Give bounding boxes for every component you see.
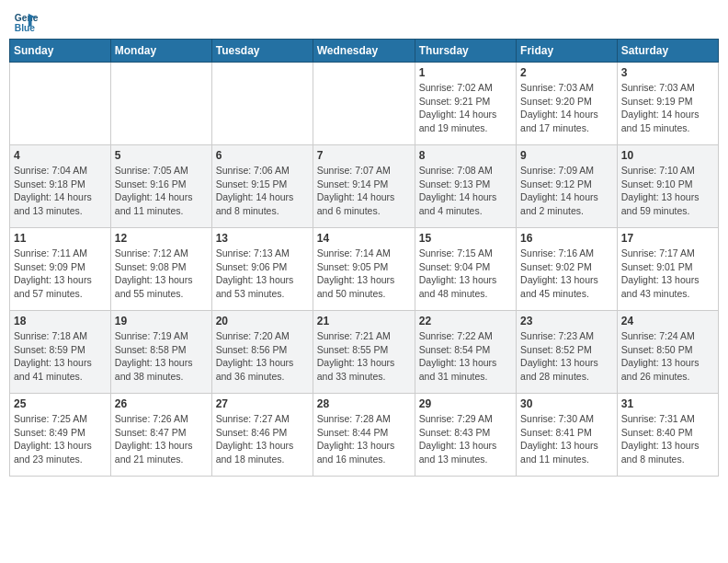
- day-number: 27: [216, 397, 309, 410]
- day-number: 21: [317, 315, 411, 327]
- calendar-cell: 29Sunrise: 7:29 AM Sunset: 8:43 PM Dayli…: [415, 394, 516, 477]
- day-info: Sunrise: 7:10 AM Sunset: 9:10 PM Dayligh…: [621, 164, 714, 218]
- calendar-cell: 21Sunrise: 7:21 AM Sunset: 8:55 PM Dayli…: [313, 311, 415, 394]
- svg-text:Blue: Blue: [15, 23, 36, 33]
- day-info: Sunrise: 7:19 AM Sunset: 8:58 PM Dayligh…: [115, 329, 208, 384]
- day-info: Sunrise: 7:20 AM Sunset: 8:56 PM Dayligh…: [216, 329, 309, 384]
- day-info: Sunrise: 7:08 AM Sunset: 9:13 PM Dayligh…: [419, 164, 512, 218]
- day-info: Sunrise: 7:16 AM Sunset: 9:02 PM Dayligh…: [520, 247, 613, 301]
- calendar-cell: 19Sunrise: 7:19 AM Sunset: 8:58 PM Dayli…: [110, 311, 211, 394]
- day-number: 24: [621, 315, 714, 327]
- day-info: Sunrise: 7:09 AM Sunset: 9:12 PM Dayligh…: [520, 164, 613, 218]
- day-header-wednesday: Wednesday: [313, 40, 415, 63]
- day-number: 15: [419, 232, 512, 245]
- calendar-cell: 28Sunrise: 7:28 AM Sunset: 8:44 PM Dayli…: [313, 394, 415, 477]
- day-header-monday: Monday: [110, 40, 211, 63]
- day-number: 10: [621, 149, 714, 162]
- day-info: Sunrise: 7:29 AM Sunset: 8:43 PM Dayligh…: [419, 412, 512, 466]
- day-header-friday: Friday: [517, 40, 618, 63]
- day-info: Sunrise: 7:21 AM Sunset: 8:55 PM Dayligh…: [317, 329, 411, 384]
- calendar-week-3: 11Sunrise: 7:11 AM Sunset: 9:09 PM Dayli…: [10, 228, 719, 311]
- calendar-cell: 18Sunrise: 7:18 AM Sunset: 8:59 PM Dayli…: [10, 311, 111, 394]
- day-number: 31: [621, 397, 714, 410]
- day-number: 4: [14, 149, 107, 162]
- calendar-cell: 30Sunrise: 7:30 AM Sunset: 8:41 PM Dayli…: [517, 394, 618, 477]
- day-number: 25: [14, 397, 107, 410]
- day-number: 26: [115, 397, 208, 410]
- day-header-thursday: Thursday: [415, 40, 516, 63]
- calendar-cell: 16Sunrise: 7:16 AM Sunset: 9:02 PM Dayli…: [517, 228, 618, 311]
- calendar-cell: [110, 63, 211, 145]
- calendar-cell: 13Sunrise: 7:13 AM Sunset: 9:06 PM Dayli…: [211, 228, 313, 311]
- day-number: 18: [14, 315, 107, 327]
- day-info: Sunrise: 7:30 AM Sunset: 8:41 PM Dayligh…: [520, 412, 613, 466]
- day-info: Sunrise: 7:03 AM Sunset: 9:20 PM Dayligh…: [520, 81, 613, 135]
- day-info: Sunrise: 7:28 AM Sunset: 8:44 PM Dayligh…: [317, 412, 411, 466]
- calendar-cell: 27Sunrise: 7:27 AM Sunset: 8:46 PM Dayli…: [211, 394, 313, 477]
- calendar-cell: 23Sunrise: 7:23 AM Sunset: 8:52 PM Dayli…: [517, 311, 618, 394]
- calendar-week-2: 4Sunrise: 7:04 AM Sunset: 9:18 PM Daylig…: [10, 145, 719, 228]
- calendar-cell: 5Sunrise: 7:05 AM Sunset: 9:16 PM Daylig…: [110, 145, 211, 228]
- calendar-cell: 4Sunrise: 7:04 AM Sunset: 9:18 PM Daylig…: [10, 145, 111, 228]
- day-info: Sunrise: 7:17 AM Sunset: 9:01 PM Dayligh…: [621, 247, 714, 301]
- calendar-cell: [313, 63, 415, 145]
- day-number: 30: [520, 397, 613, 410]
- calendar-cell: [211, 63, 313, 145]
- day-info: Sunrise: 7:25 AM Sunset: 8:49 PM Dayligh…: [14, 412, 107, 466]
- day-number: 13: [216, 232, 309, 245]
- calendar-header-row: SundayMondayTuesdayWednesdayThursdayFrid…: [10, 40, 719, 63]
- day-number: 7: [317, 149, 411, 162]
- calendar-cell: 26Sunrise: 7:26 AM Sunset: 8:47 PM Dayli…: [110, 394, 211, 477]
- calendar-cell: 25Sunrise: 7:25 AM Sunset: 8:49 PM Dayli…: [10, 394, 111, 477]
- calendar-cell: 6Sunrise: 7:06 AM Sunset: 9:15 PM Daylig…: [211, 145, 313, 228]
- day-info: Sunrise: 7:06 AM Sunset: 9:15 PM Dayligh…: [216, 164, 309, 218]
- day-number: 5: [115, 149, 208, 162]
- calendar-cell: 10Sunrise: 7:10 AM Sunset: 9:10 PM Dayli…: [617, 145, 718, 228]
- day-info: Sunrise: 7:05 AM Sunset: 9:16 PM Dayligh…: [115, 164, 208, 218]
- day-number: 22: [419, 315, 512, 327]
- day-info: Sunrise: 7:03 AM Sunset: 9:19 PM Dayligh…: [621, 81, 714, 135]
- day-info: Sunrise: 7:14 AM Sunset: 9:05 PM Dayligh…: [317, 247, 411, 301]
- day-number: 1: [419, 66, 512, 79]
- day-info: Sunrise: 7:04 AM Sunset: 9:18 PM Dayligh…: [14, 164, 107, 218]
- day-number: 12: [115, 232, 208, 245]
- calendar-week-1: 1Sunrise: 7:02 AM Sunset: 9:21 PM Daylig…: [10, 63, 719, 145]
- day-number: 14: [317, 232, 411, 245]
- day-info: Sunrise: 7:13 AM Sunset: 9:06 PM Dayligh…: [216, 247, 309, 301]
- day-header-saturday: Saturday: [617, 40, 718, 63]
- day-info: Sunrise: 7:22 AM Sunset: 8:54 PM Dayligh…: [419, 329, 512, 384]
- day-info: Sunrise: 7:18 AM Sunset: 8:59 PM Dayligh…: [14, 329, 107, 384]
- day-info: Sunrise: 7:02 AM Sunset: 9:21 PM Dayligh…: [419, 81, 512, 135]
- day-number: 28: [317, 397, 411, 410]
- calendar-cell: 20Sunrise: 7:20 AM Sunset: 8:56 PM Dayli…: [211, 311, 313, 394]
- calendar-cell: 7Sunrise: 7:07 AM Sunset: 9:14 PM Daylig…: [313, 145, 415, 228]
- day-number: 23: [520, 315, 613, 327]
- page-header: General Blue: [9, 9, 719, 35]
- day-info: Sunrise: 7:11 AM Sunset: 9:09 PM Dayligh…: [14, 247, 107, 301]
- logo: General Blue: [13, 9, 40, 35]
- svg-text:General: General: [15, 13, 39, 23]
- day-info: Sunrise: 7:23 AM Sunset: 8:52 PM Dayligh…: [520, 329, 613, 384]
- day-number: 2: [520, 66, 613, 79]
- calendar-cell: 1Sunrise: 7:02 AM Sunset: 9:21 PM Daylig…: [415, 63, 516, 145]
- calendar-cell: 11Sunrise: 7:11 AM Sunset: 9:09 PM Dayli…: [10, 228, 111, 311]
- calendar-cell: 17Sunrise: 7:17 AM Sunset: 9:01 PM Dayli…: [617, 228, 718, 311]
- day-number: 20: [216, 315, 309, 327]
- calendar-table: SundayMondayTuesdayWednesdayThursdayFrid…: [9, 39, 719, 477]
- day-number: 17: [621, 232, 714, 245]
- calendar-cell: 24Sunrise: 7:24 AM Sunset: 8:50 PM Dayli…: [617, 311, 718, 394]
- calendar-cell: 31Sunrise: 7:31 AM Sunset: 8:40 PM Dayli…: [617, 394, 718, 477]
- day-info: Sunrise: 7:27 AM Sunset: 8:46 PM Dayligh…: [216, 412, 309, 466]
- day-info: Sunrise: 7:15 AM Sunset: 9:04 PM Dayligh…: [419, 247, 512, 301]
- calendar-week-4: 18Sunrise: 7:18 AM Sunset: 8:59 PM Dayli…: [10, 311, 719, 394]
- day-header-sunday: Sunday: [10, 40, 111, 63]
- day-number: 16: [520, 232, 613, 245]
- day-number: 9: [520, 149, 613, 162]
- calendar-cell: 15Sunrise: 7:15 AM Sunset: 9:04 PM Dayli…: [415, 228, 516, 311]
- calendar-cell: 14Sunrise: 7:14 AM Sunset: 9:05 PM Dayli…: [313, 228, 415, 311]
- calendar-cell: 9Sunrise: 7:09 AM Sunset: 9:12 PM Daylig…: [517, 145, 618, 228]
- day-info: Sunrise: 7:31 AM Sunset: 8:40 PM Dayligh…: [621, 412, 714, 466]
- day-number: 8: [419, 149, 512, 162]
- day-number: 6: [216, 149, 309, 162]
- calendar-cell: 8Sunrise: 7:08 AM Sunset: 9:13 PM Daylig…: [415, 145, 516, 228]
